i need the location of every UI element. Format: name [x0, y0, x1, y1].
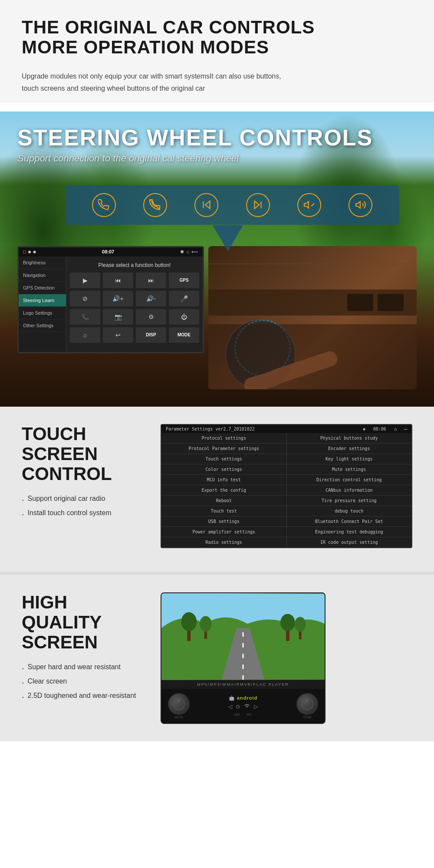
- android-symbol: 🤖: [229, 695, 237, 700]
- btn-mode[interactable]: MODE: [169, 327, 199, 343]
- param-direction-control[interactable]: Direction control setting: [287, 475, 412, 485]
- quality-bullets: Super hard and wear resistant Clear scre…: [22, 663, 143, 702]
- param-physical-buttons[interactable]: Physical buttons study: [287, 433, 412, 443]
- btn-gps[interactable]: GPS: [169, 273, 199, 288]
- status-icon-1: □: [23, 249, 26, 254]
- icon-phone-call[interactable]: [92, 193, 116, 217]
- btn-prev[interactable]: ⏮: [103, 273, 133, 288]
- param-bt-pair[interactable]: Bluetooth Connect Pair Set: [287, 516, 412, 526]
- param-touch-test[interactable]: Touch test: [161, 506, 286, 516]
- device-mockup: MP5/MP3/WMA/RMVB/FLAC PLAYER MUTE 🤖: [161, 592, 412, 724]
- btn-vol-up[interactable]: 🔊+: [103, 291, 133, 306]
- param-touch-settings[interactable]: Touch settings: [161, 454, 286, 464]
- param-canbus[interactable]: CANbus information: [287, 485, 412, 495]
- param-debug-touch[interactable]: debug touch: [287, 506, 412, 516]
- triangle-pointer: [213, 225, 243, 251]
- param-encoder[interactable]: Encoder settings: [287, 444, 412, 454]
- param-statusbar: Parameter Settings ver2.7_20181022 ✱ 08:…: [161, 425, 411, 433]
- sidebar-menu: Brightness Navigation GPS Detection Stee…: [19, 256, 66, 352]
- wifi-icon[interactable]: [243, 703, 250, 710]
- control-buttons-mid: 🤖 android ◁ ⊙ ▷: [194, 695, 292, 716]
- quality-bullet-1: Super hard and wear resistant: [22, 663, 143, 673]
- svg-point-19: [200, 616, 212, 631]
- statusbar: □ ■ ■ 08:07 ✱ ⌂ ⟵: [19, 247, 203, 256]
- btn-power[interactable]: ⏻: [169, 309, 199, 325]
- right-knob-label: TONE: [296, 716, 318, 719]
- param-key-light[interactable]: Key light settings: [287, 454, 412, 464]
- svg-point-23: [295, 617, 306, 631]
- param-color-settings[interactable]: Color settings: [161, 464, 286, 474]
- param-protocol-param[interactable]: Protocol Parameter settings: [161, 444, 286, 454]
- param-mcu-info[interactable]: MCU info test: [161, 475, 286, 485]
- menu-logo-settings[interactable]: Logo Settings: [19, 307, 66, 319]
- icon-prev[interactable]: [194, 193, 218, 217]
- right-knob[interactable]: [296, 693, 318, 715]
- param-engineering[interactable]: Engineering test debugging: [287, 527, 412, 537]
- statusbar-right: ✱ ⌂ ⟵: [180, 249, 198, 255]
- menu-gps-detection[interactable]: GPS Detection: [19, 282, 66, 294]
- steering-subtitle: Support connection to the original cal s…: [17, 153, 417, 164]
- param-reboot[interactable]: Reboot: [161, 496, 286, 506]
- left-knob[interactable]: [168, 693, 190, 715]
- ctrl-icon-2[interactable]: ⊙: [236, 704, 240, 710]
- param-export-config[interactable]: Export the config: [161, 485, 286, 495]
- btn-cam[interactable]: 📷: [103, 309, 133, 325]
- wifi-symbol: [243, 703, 250, 708]
- icon-phone-end[interactable]: [143, 193, 167, 217]
- android-text: android: [237, 695, 257, 700]
- device-screen: [161, 593, 325, 680]
- touch-section: TOUCH SCREEN CONTROL Support original ca…: [0, 407, 434, 572]
- svg-rect-12: [347, 294, 373, 311]
- param-usb[interactable]: USB settings: [161, 516, 286, 526]
- btn-disp[interactable]: DISP: [136, 327, 166, 343]
- header-section: THE ORIGINAL CAR CONTROLS MORE OPERATION…: [0, 0, 434, 103]
- road-scene-svg: [161, 593, 325, 680]
- steering-heading: STEERING WHEEL CONTROLS: [17, 125, 417, 151]
- btn-play[interactable]: ▶: [70, 273, 100, 288]
- menu-brightness[interactable]: Brightness: [19, 256, 66, 269]
- touch-title: TOUCH SCREEN CONTROL: [22, 424, 143, 484]
- param-ir-code[interactable]: IR code output setting: [287, 537, 412, 547]
- param-power-amp[interactable]: Power amplifier settings: [161, 527, 286, 537]
- param-protocol-settings[interactable]: Protocol settings: [161, 433, 286, 443]
- param-tire-pressure[interactable]: Tire pressure setting: [287, 496, 412, 506]
- left-knob-label: MUTE: [168, 716, 190, 719]
- icon-vol-down[interactable]: [297, 193, 321, 217]
- main-title: THE ORIGINAL CAR CONTROLS MORE OPERATION…: [22, 17, 412, 57]
- param-radio[interactable]: Radio settings: [161, 537, 286, 547]
- menu-steering-learn[interactable]: Steering Learn: [19, 294, 66, 307]
- param-mute[interactable]: Mute settings: [287, 464, 412, 474]
- device-controls: MUTE 🤖 android ◁ ⊙: [161, 689, 325, 723]
- svg-rect-13: [378, 294, 404, 311]
- btn-phone[interactable]: 📞: [70, 309, 100, 325]
- select-prompt: Please select a function button!: [70, 260, 199, 273]
- btn-home[interactable]: ⌂: [70, 327, 100, 343]
- btn-vol-down[interactable]: 🔊-: [136, 291, 166, 306]
- ctrl-icon-3[interactable]: ▷: [254, 704, 258, 710]
- svg-point-21: [280, 614, 295, 631]
- ctrl-icon-1[interactable]: ◁: [228, 704, 232, 710]
- label-nav: NAV: [234, 713, 240, 716]
- left-knob-icon: [172, 697, 185, 710]
- btn-mic[interactable]: 🎤: [169, 291, 199, 306]
- icon-next[interactable]: [246, 193, 270, 217]
- header-description: Upgrade modules not only equip your car …: [22, 70, 282, 94]
- menu-other-settings[interactable]: Other Settings: [19, 319, 66, 332]
- bt-icon: ✱: [180, 249, 184, 255]
- icon-vol-up[interactable]: [349, 193, 372, 217]
- btn-mute[interactable]: ⊘: [70, 291, 100, 306]
- right-knob-icon: [301, 697, 314, 710]
- touch-bullets: Support original car radio Install touch…: [22, 495, 143, 519]
- btn-next[interactable]: ⏭: [136, 273, 166, 288]
- back-icon: ⟵: [191, 249, 198, 255]
- statusbar-left: □ ■ ■: [23, 249, 36, 254]
- param-screen: Parameter Settings ver2.7_20181022 ✱ 08:…: [161, 424, 412, 548]
- svg-marker-3: [255, 201, 260, 209]
- quality-bullet-2: Clear screen: [22, 677, 143, 687]
- svg-point-27: [306, 700, 308, 701]
- btn-cam2[interactable]: ⚙: [136, 309, 166, 325]
- menu-navigation[interactable]: Navigation: [19, 269, 66, 282]
- hand-steering-area: [208, 246, 417, 389]
- btn-back[interactable]: ↩: [103, 327, 133, 343]
- touch-bullet-2: Install touch control system: [22, 509, 143, 519]
